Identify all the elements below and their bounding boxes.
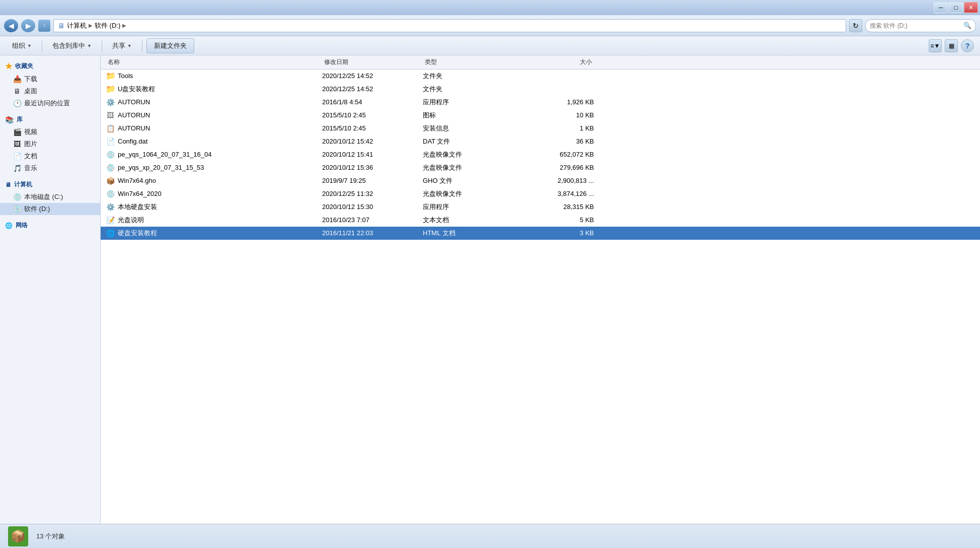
computer-label: 计算机	[14, 180, 32, 189]
include-label: 包含到库中	[52, 41, 85, 50]
file-size: 279,696 KB	[523, 164, 594, 171]
table-row[interactable]: 📋 AUTORUN 2015/5/10 2:45 安装信息 1 KB	[101, 122, 980, 135]
breadcrumb-computer[interactable]: 计算机	[67, 21, 87, 30]
breadcrumb-drive[interactable]: 软件 (D:)	[95, 21, 120, 30]
sidebar-desktop-label: 桌面	[24, 87, 37, 96]
file-date: 2020/12/25 14:52	[322, 85, 423, 93]
file-size: 36 KB	[523, 138, 594, 145]
network-icon: 🌐	[5, 222, 13, 229]
sidebar-item-video[interactable]: 🎬 视频	[0, 126, 100, 138]
refresh-button[interactable]: ↻	[849, 19, 862, 32]
file-date: 2016/10/23 7:07	[322, 216, 423, 224]
table-row[interactable]: 💿 Win7x64_2020 2020/12/25 11:32 光盘映像文件 3…	[101, 187, 980, 200]
table-row[interactable]: 📝 光盘说明 2016/10/23 7:07 文本文档 5 KB	[101, 214, 980, 227]
recent-icon: 🕐	[13, 99, 21, 107]
sidebar-item-desktop[interactable]: 🖥 桌面	[0, 85, 100, 97]
table-row[interactable]: 🌐 硬盘安装教程 2016/11/21 22:03 HTML 文档 3 KB	[101, 227, 980, 240]
file-type-icon: 📁	[106, 84, 115, 94]
table-row[interactable]: 🖼 AUTORUN 2015/5/10 2:45 图标 10 KB	[101, 109, 980, 122]
titlebar: ─ □ ✕	[0, 0, 980, 15]
main-layout: ★ 收藏夹 📥 下载 🖥 桌面 🕐 最近访问的位置 📚 库	[0, 55, 980, 524]
forward-button[interactable]: ▶	[21, 19, 35, 32]
pictures-icon: 🖼	[13, 140, 21, 148]
file-date: 2016/1/8 4:54	[322, 98, 423, 106]
file-name: Win7x64.gho	[118, 177, 156, 184]
view-button2[interactable]: ▦	[945, 39, 958, 52]
file-name: Win7x64_2020	[118, 190, 162, 197]
col-header-type[interactable]: 类型	[423, 58, 523, 66]
file-name: Tools	[118, 72, 133, 80]
file-type: 光盘映像文件	[423, 150, 523, 159]
share-label: 共享	[112, 41, 125, 50]
share-arrow: ▼	[127, 43, 132, 48]
file-list: 📁 Tools 2020/12/25 14:52 文件夹 📁 U盘安装教程 20…	[101, 70, 980, 524]
computer-expand-icon: 🖥	[5, 181, 11, 188]
new-folder-button[interactable]: 新建文件夹	[146, 38, 194, 53]
table-row[interactable]: ⚙️ AUTORUN 2016/1/8 4:54 应用程序 1,926 KB	[101, 96, 980, 109]
computer-header[interactable]: 🖥 计算机	[0, 178, 100, 191]
library-section: 📚 库 🎬 视频 🖼 图片 📄 文档 🎵 音乐	[0, 113, 100, 174]
sidebar-item-download[interactable]: 📥 下载	[0, 73, 100, 85]
file-date: 2020/12/25 11:32	[322, 190, 423, 197]
file-name: U盘安装教程	[118, 85, 155, 94]
close-button[interactable]: ✕	[964, 2, 978, 13]
sidebar-item-c-drive[interactable]: 💿 本地磁盘 (C:)	[0, 191, 100, 203]
minimize-button[interactable]: ─	[934, 2, 948, 13]
file-date: 2015/5/10 2:45	[322, 124, 423, 132]
file-date: 2020/12/25 14:52	[322, 72, 423, 80]
include-button[interactable]: 包含到库中 ▼	[46, 38, 98, 53]
file-type-icon: 📝	[106, 216, 115, 224]
status-count: 13 个对象	[36, 532, 65, 541]
sidebar-music-label: 音乐	[24, 164, 37, 173]
library-header[interactable]: 📚 库	[0, 113, 100, 126]
music-icon: 🎵	[13, 164, 21, 172]
file-size: 3 KB	[523, 229, 594, 237]
favorites-header[interactable]: ★ 收藏夹	[0, 59, 100, 73]
search-box[interactable]: 🔍	[865, 19, 976, 32]
breadcrumb-sep1: ▶	[89, 23, 93, 28]
col-header-date[interactable]: 修改日期	[322, 58, 423, 66]
table-row[interactable]: 📁 Tools 2020/12/25 14:52 文件夹	[101, 70, 980, 83]
file-type-icon: 📄	[106, 138, 115, 146]
sidebar-item-pictures[interactable]: 🖼 图片	[0, 138, 100, 150]
file-type-icon: 💿	[106, 164, 115, 172]
table-row[interactable]: 📁 U盘安装教程 2020/12/25 14:52 文件夹	[101, 83, 980, 96]
file-type-icon: 📋	[106, 124, 115, 132]
organize-button[interactable]: 组织 ▼	[6, 38, 38, 53]
file-size: 28,315 KB	[523, 203, 594, 211]
up-button[interactable]: ↑	[38, 20, 50, 32]
table-row[interactable]: ⚙️ 本地硬盘安装 2020/10/12 15:30 应用程序 28,315 K…	[101, 200, 980, 214]
sidebar-item-d-drive[interactable]: 💿 软件 (D:)	[0, 203, 100, 215]
file-name: 光盘说明	[118, 216, 144, 225]
file-type: 光盘映像文件	[423, 163, 523, 172]
network-header[interactable]: 🌐 网络	[0, 219, 100, 232]
sidebar-pictures-label: 图片	[24, 140, 37, 149]
file-name: Config.dat	[118, 138, 147, 145]
favorites-label: 收藏夹	[15, 62, 33, 71]
table-row[interactable]: 📦 Win7x64.gho 2019/9/7 19:25 GHO 文件 2,90…	[101, 174, 980, 187]
organize-label: 组织	[12, 41, 25, 50]
sidebar-item-recent[interactable]: 🕐 最近访问的位置	[0, 97, 100, 109]
sidebar-item-documents[interactable]: 📄 文档	[0, 150, 100, 162]
search-input[interactable]	[870, 22, 961, 29]
help-button[interactable]: ?	[961, 39, 974, 52]
view-button1[interactable]: ≡▼	[929, 39, 942, 52]
breadcrumb-sep2: ▶	[122, 23, 126, 28]
sidebar: ★ 收藏夹 📥 下载 🖥 桌面 🕐 最近访问的位置 📚 库	[0, 55, 101, 524]
col-header-name[interactable]: 名称	[106, 58, 322, 66]
table-row[interactable]: 📄 Config.dat 2020/10/12 15:42 DAT 文件 36 …	[101, 135, 980, 148]
breadcrumb[interactable]: 🖥 计算机 ▶ 软件 (D:) ▶	[53, 19, 846, 32]
file-name: pe_yqs_1064_20_07_31_16_04	[118, 151, 212, 158]
file-type: DAT 文件	[423, 137, 523, 146]
video-icon: 🎬	[13, 128, 21, 136]
maximize-button[interactable]: □	[949, 2, 963, 13]
table-row[interactable]: 💿 pe_yqs_1064_20_07_31_16_04 2020/10/12 …	[101, 148, 980, 161]
file-size: 652,072 KB	[523, 151, 594, 158]
back-button[interactable]: ◀	[4, 19, 18, 32]
sidebar-item-music[interactable]: 🎵 音乐	[0, 162, 100, 174]
file-date: 2020/10/12 15:30	[322, 203, 423, 211]
file-type: 文件夹	[423, 72, 523, 81]
table-row[interactable]: 💿 pe_yqs_xp_20_07_31_15_53 2020/10/12 15…	[101, 161, 980, 174]
share-button[interactable]: 共享 ▼	[106, 38, 138, 53]
col-header-size[interactable]: 大小	[523, 58, 594, 66]
